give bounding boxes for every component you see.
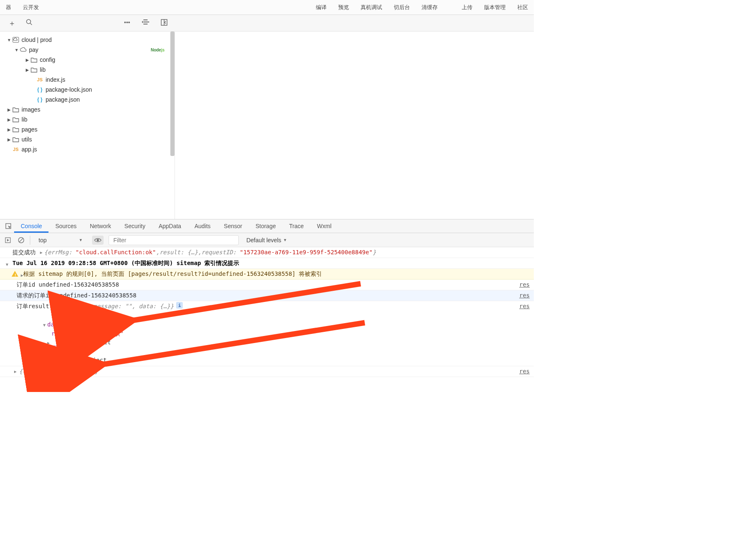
- toolbar-upload[interactable]: 上传: [456, 0, 478, 15]
- tab-sources[interactable]: Sources: [48, 219, 83, 233]
- console-object-property[interactable]: ▶__proto__: Object: [0, 338, 534, 347]
- clear-console-icon[interactable]: [16, 235, 27, 246]
- tree-label: utils: [22, 136, 32, 143]
- tree-arrow-icon: ▶: [7, 137, 12, 142]
- tree-item-pages[interactable]: ▶pages: [0, 124, 174, 134]
- filter-input[interactable]: [109, 235, 239, 245]
- console-object-row[interactable]: ▶ {return_msg: "签名错误"} res: [0, 366, 534, 377]
- nodejs-badge: Nodejs: [151, 48, 165, 52]
- tree-arrow-icon: ▶: [25, 68, 30, 72]
- toolbar-clear-cache[interactable]: 清缓存: [416, 0, 443, 15]
- console-log-row[interactable]: 提交成功 ▶ {errMsg: "cloud.callFunction:ok",…: [0, 247, 534, 258]
- source-link[interactable]: res: [519, 280, 530, 289]
- tree-label: pay: [29, 46, 39, 53]
- context-select[interactable]: top: [34, 235, 90, 246]
- console-filter-bar: top Default levels: [0, 233, 534, 247]
- cloud-icon: [20, 46, 27, 53]
- tree-label: package.json: [46, 96, 80, 103]
- format-icon[interactable]: [142, 19, 149, 27]
- source-link[interactable]: res: [519, 302, 530, 311]
- toolbar-preview[interactable]: 预览: [332, 0, 355, 15]
- search-icon[interactable]: [26, 19, 32, 27]
- file-explorer[interactable]: ▼cloud | prod▼payNodejs▶config▶libJSinde…: [0, 32, 175, 219]
- toolbar-community[interactable]: 社区: [511, 0, 534, 15]
- console-log-row[interactable]: 请求的订单id undefined-1563240538558 res: [0, 290, 534, 301]
- console-object-property[interactable]: ▼data:: [0, 320, 534, 329]
- folder-icon: [31, 56, 37, 63]
- tree-item-lib[interactable]: ▶lib: [0, 114, 174, 124]
- play-icon[interactable]: [2, 235, 13, 246]
- console-object-property[interactable]: message: "": [0, 347, 534, 356]
- js-icon: JS: [12, 146, 19, 153]
- tab-trace[interactable]: Trace: [282, 219, 310, 233]
- tree-label: index.js: [46, 76, 65, 83]
- tree-label: lib: [22, 116, 27, 123]
- tab-wxml[interactable]: Wxml: [310, 219, 338, 233]
- folder-icon: [12, 136, 19, 143]
- live-expression-icon[interactable]: [92, 236, 104, 245]
- tree-label: app.js: [22, 146, 37, 153]
- folder-icon: [12, 116, 19, 123]
- tree-item-app-js[interactable]: JSapp.js: [0, 144, 174, 154]
- devtools-tabs: ConsoleSourcesNetworkSecurityAppDataAudi…: [0, 219, 534, 233]
- console-log-row[interactable]: 订单id undefined-1563240538558 res: [0, 280, 534, 290]
- main-split: ▼cloud | prod▼payNodejs▶config▶libJSinde…: [0, 32, 534, 219]
- tree-arrow-icon: ▶: [7, 107, 12, 112]
- folder-icon: [12, 106, 19, 113]
- json-icon: { }: [36, 86, 43, 93]
- console-warning-row[interactable]: ▶ 根据 sitemap 的规则[0], 当前页面 [pages/result/…: [0, 269, 534, 280]
- tree-item-config[interactable]: ▶config: [0, 55, 174, 65]
- top-toolbar: 器 云开发 编译 预览 真机调试 切后台 清缓存 上传 版本管理 社区: [0, 0, 534, 15]
- log-levels-select[interactable]: Default levels: [245, 237, 288, 243]
- tree-item-lib[interactable]: ▶lib: [0, 65, 174, 75]
- console-group-header[interactable]: ▼ Tue Jul 16 2019 09:28:58 GMT+0800 (中国标…: [0, 258, 534, 269]
- toolbar-compile[interactable]: 编译: [310, 0, 332, 15]
- tree-item-utils[interactable]: ▶utils: [0, 134, 174, 144]
- console-object-row[interactable]: 订单result ▼ {code: 1, message: "", data: …: [0, 301, 534, 312]
- source-link[interactable]: res: [519, 291, 530, 300]
- toolbar-cloud-dev[interactable]: 云开发: [17, 0, 45, 15]
- tree-label: images: [22, 106, 40, 113]
- tree-label: cloud | prod: [22, 37, 52, 43]
- tree-arrow-icon: ▶: [7, 127, 12, 132]
- tree-label: package-lock.json: [46, 86, 92, 93]
- new-file-icon[interactable]: ＋: [8, 18, 16, 28]
- collapse-icon[interactable]: [161, 19, 167, 27]
- tree-arrow-icon: ▶: [7, 117, 12, 122]
- toolbar-real-debug[interactable]: 真机调试: [355, 0, 388, 15]
- console-prompt[interactable]: ❯: [0, 377, 534, 379]
- tab-audits[interactable]: Audits: [188, 219, 217, 233]
- tab-sensor[interactable]: Sensor: [217, 219, 249, 233]
- source-link[interactable]: res: [519, 367, 530, 376]
- console-object-property[interactable]: return_msg: "签名错误": [0, 329, 534, 338]
- tab-appdata[interactable]: AppData: [152, 219, 188, 233]
- tree-label: lib: [40, 66, 46, 73]
- tree-item-package-lock-json[interactable]: { }package-lock.json: [0, 85, 174, 95]
- tree-item-images[interactable]: ▶images: [0, 105, 174, 114]
- console-object-property[interactable]: code: 1: [0, 312, 534, 320]
- tree-arrow-icon: ▶: [25, 58, 30, 62]
- js-icon: JS: [36, 76, 43, 83]
- tab-security[interactable]: Security: [118, 219, 152, 233]
- svg-point-8: [97, 239, 99, 241]
- explorer-toolbar: ＋ •••: [0, 15, 534, 32]
- prompt-icon: ❯: [3, 378, 7, 379]
- toolbar-background[interactable]: 切后台: [388, 0, 416, 15]
- warning-icon: [12, 270, 18, 279]
- toolbar-version[interactable]: 版本管理: [478, 0, 511, 15]
- tree-item-cloud-prod[interactable]: ▼cloud | prod: [0, 35, 174, 45]
- tree-item-index-js[interactable]: JSindex.js: [0, 75, 174, 85]
- tab-storage[interactable]: Storage: [249, 219, 282, 233]
- json-icon: { }: [36, 96, 43, 103]
- tab-network[interactable]: Network: [83, 219, 118, 233]
- scrollbar-thumb[interactable]: [170, 32, 174, 156]
- tab-console[interactable]: Console: [14, 219, 48, 233]
- tree-item-pay[interactable]: ▼payNodejs: [0, 45, 174, 55]
- tree-item-package-json[interactable]: { }package.json: [0, 95, 174, 105]
- more-icon[interactable]: •••: [124, 19, 130, 27]
- toolbar-debugger[interactable]: 器: [0, 0, 17, 15]
- svg-point-0: [27, 19, 31, 24]
- console-object-property[interactable]: ▶__proto__: Object: [0, 356, 534, 366]
- inspect-icon[interactable]: [2, 219, 14, 233]
- editor-pane: [175, 32, 534, 219]
